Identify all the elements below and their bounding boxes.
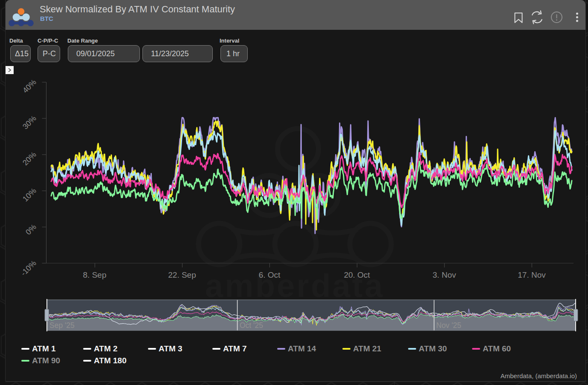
svg-text:8. Sep: 8. Sep bbox=[83, 270, 107, 279]
svg-text:3. Nov: 3. Nov bbox=[433, 270, 456, 279]
svg-text:40%: 40% bbox=[21, 78, 38, 95]
svg-text:-10%: -10% bbox=[19, 259, 38, 278]
svg-text:30%: 30% bbox=[21, 114, 38, 131]
svg-text:Nov '25: Nov '25 bbox=[436, 321, 461, 330]
svg-text:6. Oct: 6. Oct bbox=[259, 270, 281, 279]
svg-text:Oct '25: Oct '25 bbox=[240, 321, 263, 330]
svg-text:20. Oct: 20. Oct bbox=[344, 270, 370, 279]
svg-text:22. Sep: 22. Sep bbox=[168, 270, 196, 279]
svg-text:Sep '25: Sep '25 bbox=[49, 321, 75, 330]
svg-text:20%: 20% bbox=[21, 150, 38, 167]
svg-text:17. Nov: 17. Nov bbox=[518, 270, 546, 279]
svg-text:10%: 10% bbox=[21, 187, 38, 204]
svg-text:0%: 0% bbox=[24, 223, 38, 237]
